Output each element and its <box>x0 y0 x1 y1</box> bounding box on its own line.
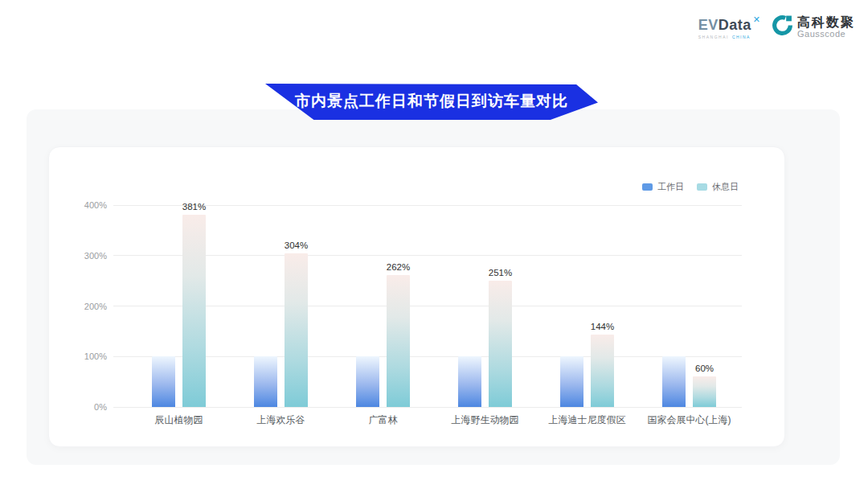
bar-休息日-广富林 <box>387 275 410 407</box>
plot-area: 0%100%200%300%400%381%辰山植物园304%上海欢乐谷262%… <box>113 205 742 407</box>
gausscode-logo: 高科数聚 Gausscode <box>772 14 855 39</box>
bar-工作日-广富林 <box>356 356 379 407</box>
bar-休息日-上海欢乐谷 <box>285 253 308 407</box>
y-axis-tick: 300% <box>70 251 107 261</box>
x-axis-label: 广富林 <box>332 413 434 427</box>
page: EV Data ✕ SHANGHAI CHINA 高科数聚 Gausscode <box>0 0 868 489</box>
bar-工作日-辰山植物园 <box>152 356 175 407</box>
legend-item-休息日[interactable]: 休息日 <box>697 181 739 193</box>
gridline-200% <box>113 306 742 306</box>
gausscode-mark-icon <box>772 14 793 39</box>
gausscode-en-name: Gausscode <box>797 29 855 39</box>
legend-swatch-icon <box>642 183 653 191</box>
bar-休息日-上海野生动物园 <box>489 281 512 408</box>
bar-工作日-上海迪士尼度假区 <box>560 356 583 407</box>
legend-label: 休息日 <box>712 181 739 193</box>
evdata-sub-shanghai: SHANGHAI <box>698 35 729 39</box>
value-label: 304% <box>273 240 320 250</box>
evdata-logo: EV Data ✕ SHANGHAI CHINA <box>698 14 760 39</box>
y-axis-tick: 400% <box>70 200 107 210</box>
evdata-sub-china: CHINA <box>732 35 751 39</box>
y-axis-tick: 0% <box>70 402 107 412</box>
value-label: 144% <box>579 322 626 331</box>
gridline-0% <box>113 407 742 408</box>
header-logos: EV Data ✕ SHANGHAI CHINA 高科数聚 Gausscode <box>698 14 855 39</box>
page-title: 市内景点工作日和节假日到访车量对比 <box>295 91 568 113</box>
bar-工作日-上海野生动物园 <box>458 356 481 407</box>
chart-legend: 工作日休息日 <box>642 181 739 193</box>
bar-休息日-辰山植物园 <box>182 215 206 407</box>
x-axis-label: 上海欢乐谷 <box>230 413 332 427</box>
chart-card: 工作日休息日 0%100%200%300%400%381%辰山植物园304%上海… <box>48 146 785 447</box>
value-label: 262% <box>375 262 422 272</box>
legend-swatch-icon <box>697 183 707 191</box>
gridline-300% <box>113 255 742 256</box>
value-label: 251% <box>477 268 524 277</box>
y-axis-tick: 100% <box>70 351 107 361</box>
gausscode-cn-name: 高科数聚 <box>797 15 855 30</box>
value-label: 60% <box>682 364 728 373</box>
x-axis-label: 国家会展中心(上海) <box>638 413 740 427</box>
title-banner: 市内景点工作日和节假日到访车量对比 <box>265 84 598 120</box>
y-axis-tick: 200% <box>70 302 107 311</box>
bar-休息日-上海迪士尼度假区 <box>591 335 614 407</box>
evdata-logo-ev: EV <box>698 18 719 32</box>
x-axis-label: 上海野生动物园 <box>434 413 536 427</box>
x-axis-label: 辰山植物园 <box>128 413 230 427</box>
x-axis-label: 上海迪士尼度假区 <box>536 413 638 427</box>
evdata-x-icon: ✕ <box>753 15 760 24</box>
bar-工作日-上海欢乐谷 <box>254 356 277 407</box>
legend-label: 工作日 <box>657 181 684 193</box>
bar-休息日-国家会展中心(上海) <box>693 376 716 407</box>
value-label: 381% <box>171 202 218 212</box>
evdata-logo-data: Data <box>719 18 751 32</box>
content-panel: 工作日休息日 0%100%200%300%400%381%辰山植物园304%上海… <box>27 109 840 465</box>
gridline-100% <box>113 356 742 357</box>
legend-item-工作日[interactable]: 工作日 <box>642 181 684 193</box>
